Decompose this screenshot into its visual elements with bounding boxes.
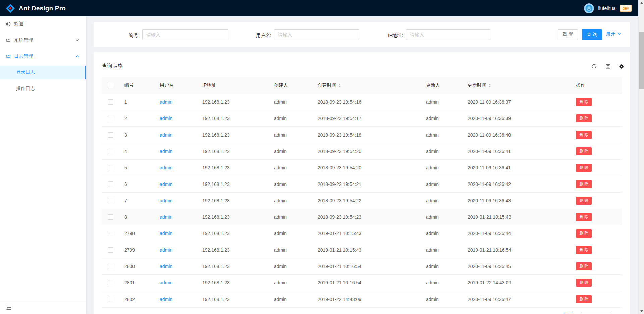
row-checkbox[interactable]	[108, 264, 113, 269]
menu-fold-icon[interactable]	[6, 305, 11, 310]
table-row: 3admin192.168.1.23admin2018-09-23 19:54:…	[102, 126, 622, 143]
sidebar-item-operation-log[interactable]: 操作日志	[0, 82, 86, 95]
density-icon[interactable]	[605, 64, 611, 69]
username-link[interactable]: admin	[160, 99, 172, 105]
username-link[interactable]: admin	[160, 181, 172, 187]
row-checkbox[interactable]	[108, 181, 113, 187]
row-checkbox[interactable]	[108, 149, 113, 154]
select-all-checkbox[interactable]	[108, 83, 113, 88]
sidebar-item-label: 操作日志	[16, 86, 35, 92]
row-checkbox[interactable]	[108, 116, 113, 121]
cell-ip: 192.168.1.23	[197, 110, 269, 126]
cell-creator: admin	[269, 143, 312, 159]
scrollbar-thumb[interactable]	[639, 32, 644, 89]
cell-id: 3	[119, 126, 154, 143]
delete-button[interactable]: 删 除	[576, 180, 592, 188]
logo-area[interactable]: Ant Design Pro	[5, 3, 66, 13]
row-checkbox[interactable]	[108, 247, 113, 253]
cell-id: 6	[119, 176, 154, 192]
column-header-label: 用户名	[160, 82, 174, 88]
scrollbar-up-arrow[interactable]	[639, 0, 644, 6]
row-checkbox[interactable]	[108, 99, 113, 105]
id-field[interactable]	[142, 29, 228, 40]
cell-ip: 192.168.1.23	[197, 143, 269, 159]
table-row: 2admin192.168.1.23admin2018-09-23 19:54:…	[102, 110, 622, 126]
row-checkbox[interactable]	[108, 231, 113, 236]
row-checkbox[interactable]	[108, 165, 113, 170]
settings-icon[interactable]	[619, 64, 624, 69]
username-link[interactable]: admin	[160, 165, 172, 170]
cell-actions: 删 除	[571, 192, 622, 209]
cell-created: 2018-09-23 19:54:21	[312, 176, 421, 192]
username-link[interactable]: admin	[160, 231, 172, 236]
vertical-scrollbar[interactable]	[638, 0, 644, 314]
cell-updated: 2019-01-21 10:15:43	[462, 209, 571, 225]
delete-button[interactable]: 删 除	[576, 98, 592, 106]
cell-id: 8	[119, 209, 154, 225]
cell-creator: admin	[269, 159, 312, 176]
ip-field[interactable]	[406, 29, 490, 40]
pagination-page-1-button[interactable]	[564, 312, 572, 314]
user-avatar[interactable]	[584, 3, 594, 13]
delete-button[interactable]: 删 除	[576, 164, 592, 172]
username-link[interactable]: admin	[160, 247, 172, 253]
cell-creator: admin	[269, 225, 312, 242]
table-row: 2801admin192.168.1.23admin2019-01-21 10:…	[102, 274, 622, 291]
username-field[interactable]	[274, 29, 359, 40]
cell-id: 5	[119, 159, 154, 176]
expand-label: 展开	[606, 31, 615, 37]
username-link[interactable]: admin	[160, 198, 172, 203]
cell-updated: 2019-01-22 14:43:09	[462, 274, 571, 291]
delete-button[interactable]: 删 除	[576, 279, 592, 287]
pagination-page-size-select[interactable]	[581, 312, 611, 314]
delete-button[interactable]: 删 除	[576, 131, 592, 139]
row-checkbox[interactable]	[108, 280, 113, 285]
cell-ip: 192.168.1.23	[197, 242, 269, 258]
sidebar-item-log-management[interactable]: 日志管理	[0, 50, 86, 63]
delete-button[interactable]: 删 除	[576, 213, 592, 221]
chevron-down-icon	[76, 38, 79, 43]
delete-button[interactable]: 删 除	[576, 229, 592, 238]
column-header: IP地址	[197, 77, 269, 94]
row-checkbox[interactable]	[108, 297, 113, 302]
row-checkbox[interactable]	[108, 214, 113, 220]
cell-updated: 2020-11-09 16:36:41	[462, 159, 571, 176]
cell-ip: 192.168.1.23	[197, 225, 269, 242]
column-header[interactable]: 更新时间	[462, 77, 571, 94]
delete-button[interactable]: 删 除	[576, 197, 592, 205]
user-name[interactable]: liufeihua	[598, 6, 615, 11]
delete-button[interactable]: 删 除	[576, 295, 592, 303]
cell-ip: 192.168.1.23	[197, 258, 269, 274]
sidebar-item-system-management[interactable]: 系统管理	[0, 34, 86, 47]
sidebar-item-login-log[interactable]: 登录日志	[0, 66, 86, 79]
cell-updated: 2020-11-09 16:36:43	[462, 192, 571, 209]
expand-link[interactable]: 展开	[606, 31, 621, 37]
reset-button[interactable]: 重 置	[558, 29, 578, 40]
cell-username: admin	[154, 209, 197, 225]
username-link[interactable]: admin	[160, 116, 172, 121]
table-row: 7admin192.168.1.23admin2018-09-23 19:54:…	[102, 192, 622, 209]
username-link[interactable]: admin	[160, 264, 172, 269]
username-link[interactable]: admin	[160, 149, 172, 154]
scrollbar-down-arrow[interactable]	[639, 308, 644, 314]
delete-button[interactable]: 删 除	[576, 114, 592, 122]
sidebar-item-welcome[interactable]: 欢迎	[0, 17, 86, 31]
row-checkbox[interactable]	[108, 198, 113, 203]
row-checkbox[interactable]	[108, 132, 113, 138]
cell-updater: admin	[421, 159, 462, 176]
delete-button[interactable]: 删 除	[576, 147, 592, 155]
username-link[interactable]: admin	[160, 297, 172, 302]
username-link[interactable]: admin	[160, 132, 172, 138]
username-link[interactable]: admin	[160, 280, 172, 285]
cell-updated: 2020-11-09 16:36:47	[462, 291, 571, 307]
sort-carets-icon[interactable]	[338, 84, 341, 87]
column-header[interactable]: 创建时间	[312, 77, 421, 94]
query-button[interactable]: 查 询	[582, 29, 602, 40]
username-link[interactable]: admin	[160, 214, 172, 220]
reload-icon[interactable]	[591, 64, 597, 69]
data-table: 编号用户名IP地址创建人创建时间更新人更新时间操作 1admin192.168.…	[102, 77, 622, 308]
delete-button[interactable]: 删 除	[576, 246, 592, 254]
sort-carets-icon[interactable]	[488, 84, 491, 87]
cell-updated: 2020-11-09 16:36:42	[462, 176, 571, 192]
delete-button[interactable]: 删 除	[576, 262, 592, 270]
